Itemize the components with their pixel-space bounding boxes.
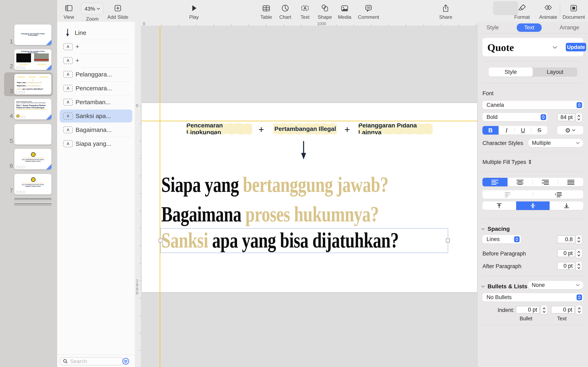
highlight-tag[interactable]: Pertambangan Illegal [273, 123, 337, 135]
paragraph-style-card[interactable]: Quote Update [483, 38, 583, 56]
object-row-textbox[interactable]: ASiapa yang... [60, 137, 132, 150]
down-arrow[interactable] [299, 140, 308, 161]
indent-bullet-stepper[interactable] [541, 306, 547, 314]
stepper-icon[interactable] [577, 102, 582, 108]
increase-indent-button[interactable] [533, 190, 583, 199]
underline-button[interactable]: U [515, 126, 531, 134]
format-selected-pill [493, 1, 518, 15]
question-line-2[interactable]: Bagaimana proses hukumnya? [161, 200, 379, 228]
slide-thumbnail-1[interactable]: Pelanggaran dan Kejahatan Pidana Pertamb… [14, 25, 52, 45]
object-row-textbox[interactable]: APertamban... [60, 96, 132, 109]
mini-title: Bab 1: Sistem Penegakan Hukum Pidana di … [16, 104, 47, 110]
align-top-button[interactable] [483, 201, 516, 210]
filter-icon[interactable] [122, 358, 130, 365]
text-caption: Text [557, 316, 567, 322]
slide-thumbnail-7[interactable]: Kementerian Energi dan Sumber Daya Miner… [14, 174, 52, 194]
stepper-icon[interactable] [541, 114, 546, 120]
object-row-textbox[interactable]: ABagaimana... [60, 123, 132, 136]
italic-button[interactable]: I [499, 126, 515, 134]
document-button[interactable]: Document [557, 4, 588, 20]
object-row-textbox[interactable]: A+ [60, 40, 132, 53]
tab-text[interactable]: Text [517, 24, 542, 32]
font-weight-select[interactable]: Bold [483, 113, 547, 121]
slide-thumbnail-6[interactable]: Kementerian Energi dan Sumber Daya Miner… [14, 149, 52, 169]
comment-button[interactable]: Comment [352, 4, 385, 20]
selection-handle-right[interactable] [446, 239, 450, 242]
spacing-mode-select[interactable]: Lines [483, 235, 521, 243]
highlight-tag[interactable]: Pencemaran Lingkungan [186, 123, 252, 135]
mini-tag [29, 76, 35, 78]
slide-thumbnail-2[interactable]: Pelanggaran dan Kejahatan Pidana Pertamb… [14, 49, 52, 70]
mini-title: Pelanggaran dan Kejahatan Pidana Pertamb… [16, 33, 50, 36]
indent-text-stepper[interactable] [576, 306, 582, 314]
after-paragraph-field[interactable]: 0 pt [557, 262, 575, 270]
search-input[interactable] [70, 358, 121, 365]
alignment-segment [483, 178, 583, 186]
inspector-tabs: Style Text Arrange [477, 22, 588, 34]
share-button[interactable]: Share [429, 4, 462, 20]
align-middle-button[interactable] [516, 201, 550, 210]
mini-logo [31, 177, 35, 182]
after-paragraph-stepper[interactable] [576, 262, 582, 271]
highlight-tag[interactable]: Pelanggaran Pidana Lainnya [358, 123, 433, 135]
indent-bullet-field[interactable]: 0 pt [516, 306, 540, 314]
align-center-button[interactable] [508, 178, 533, 186]
bullets-section-header[interactable]: Bullets & Lists [481, 283, 527, 290]
stepper-icon[interactable] [577, 294, 582, 300]
object-row-textbox[interactable]: A+ [60, 54, 132, 67]
search-field[interactable] [60, 357, 124, 365]
plus-sign[interactable]: + [345, 124, 350, 135]
before-paragraph-field[interactable]: 0 pt [557, 249, 575, 257]
before-paragraph-label: Before Paragraph [483, 250, 526, 257]
font-size-field[interactable]: 84 pt [557, 113, 575, 121]
slide-thumbnail-4[interactable]: Hukum Pertambangan Lanjutan Modul 1: Pen… [14, 99, 52, 119]
object-row-textbox[interactable]: APelanggara... [60, 68, 132, 81]
zoom-control[interactable]: 43% Zoom [81, 3, 104, 22]
collapsed-slides[interactable] [14, 198, 52, 201]
align-left-button[interactable] [483, 178, 508, 186]
align-right-button[interactable] [533, 178, 558, 186]
line-spacing-stepper[interactable] [576, 235, 582, 244]
plus-sign[interactable]: + [259, 124, 264, 135]
object-row-textbox-selected[interactable]: ASanksi apa... [60, 109, 132, 123]
style-segment[interactable]: Style [489, 67, 533, 77]
stepper-icon[interactable] [514, 236, 520, 242]
update-button[interactable]: Update [566, 43, 586, 51]
font-size-stepper[interactable] [576, 113, 582, 122]
align-justify-button[interactable] [558, 178, 584, 186]
divider [483, 218, 583, 219]
view-button[interactable]: View [52, 4, 85, 20]
vertical-ruler[interactable]: 0 1000 [135, 26, 141, 367]
character-styles-select[interactable]: Multiple [528, 139, 583, 147]
chevron-down-icon[interactable] [553, 46, 557, 49]
before-paragraph-stepper[interactable] [576, 249, 582, 258]
layout-segment[interactable]: Layout [533, 67, 577, 77]
collapsed-slides[interactable] [14, 203, 52, 206]
spacing-section-header[interactable]: Spacing [481, 226, 510, 232]
play-button[interactable]: Play [178, 4, 210, 20]
tab-arrange[interactable]: Arrange [560, 25, 579, 31]
text-box-selection[interactable] [160, 228, 448, 253]
line-spacing-field[interactable]: 0.8 [557, 235, 575, 243]
decrease-indent-button[interactable] [483, 190, 533, 199]
bullets-lists-select[interactable]: None [528, 281, 583, 289]
mini-tag [19, 64, 28, 65]
slide-number: 4 [6, 113, 13, 119]
indent-text-field[interactable]: 0 pt [551, 306, 575, 314]
slide-thumbnail-5[interactable] [14, 124, 52, 145]
selection-handle-left[interactable] [159, 239, 163, 242]
add-slide-button[interactable]: Add Slide [102, 4, 134, 20]
align-bottom-button[interactable] [550, 201, 583, 210]
question-line-1[interactable]: Siapa yang bertanggung jawab? [161, 171, 388, 198]
disclosure-chevron-icon [481, 228, 485, 230]
horizontal-ruler[interactable]: 0 1000 [135, 22, 477, 26]
slide-thumbnail-3[interactable]: ↓ Siapa yang bertanggung jawab? Bagaiman… [14, 74, 52, 95]
font-family-select[interactable]: Canela [483, 101, 583, 109]
bullet-style-select[interactable]: No Bullets [483, 293, 583, 301]
object-row-line[interactable]: Line [60, 26, 132, 39]
tab-style[interactable]: Style [486, 25, 499, 31]
advanced-options-button[interactable]: ⚙ [557, 126, 583, 134]
strikethrough-button[interactable]: S [531, 126, 548, 134]
object-row-textbox[interactable]: APencemara... [60, 82, 132, 95]
bold-button[interactable]: B [483, 126, 499, 134]
